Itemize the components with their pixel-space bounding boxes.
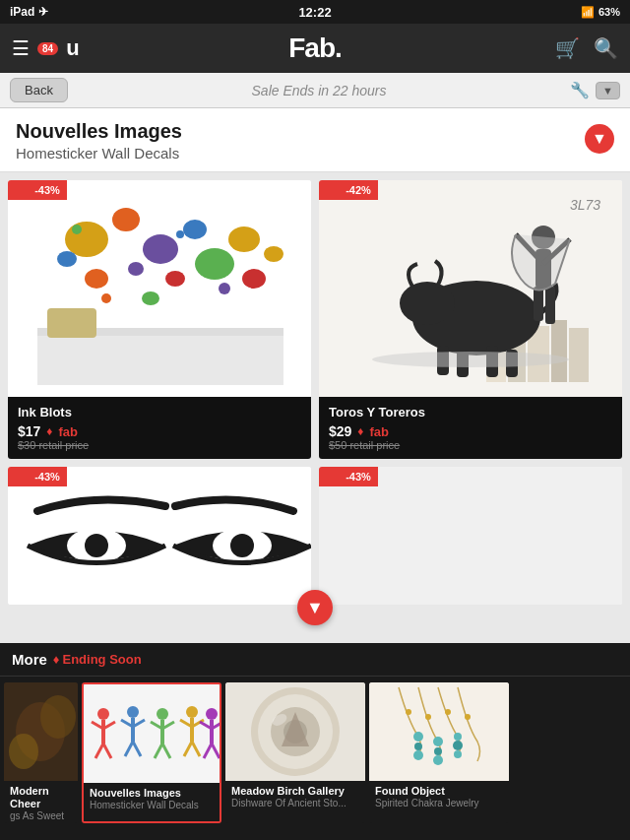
svg-point-90 [413,732,423,742]
svg-rect-25 [551,320,567,382]
fab-price: $17 [18,423,40,439]
svg-point-28 [400,282,455,325]
nav-bar: ☰ 84 u Fab. 🛒 🔍 [0,24,630,73]
svg-point-45 [230,534,254,557]
scroll-down-button[interactable]: ▼ [297,590,333,625]
svg-point-96 [454,733,462,741]
hamburger-button[interactable]: ☰ [12,36,30,60]
thumb-image-modern-cheer [4,682,78,781]
fab-logo: Fab. [288,32,342,64]
nouvelles-svg [84,684,220,783]
thumbnail-meadow-birch[interactable]: Meadow Birch Gallery Dishware Of Ancient… [225,682,365,823]
svg-point-14 [142,291,159,305]
svg-point-93 [433,737,443,746]
thumb-brand-meadow: Meadow Birch Gallery [231,785,359,798]
sale-text: Sale Ends in 22 hours [68,83,570,98]
thumb-sub-meadow: Dishware Of Ancient Sto... [231,798,359,809]
product-pricing: $17 ♦ fab [18,423,301,439]
status-bar: iPad ✈ 12:22 📶 63% [0,0,630,24]
cart-button[interactable]: 🛒 [555,36,580,60]
brand-name: Nouvelles Images [16,120,182,143]
product-image-ink-blots: -43% [8,180,311,397]
svg-point-18 [176,230,184,238]
expand-button[interactable]: ▼ [585,124,614,154]
fab-label-toros: fab [369,424,389,439]
svg-point-76 [206,708,218,720]
svg-point-97 [453,741,463,750]
thumb-brand-found-object: Found Object [375,785,503,798]
ipad-label: iPad ✈ [10,5,48,19]
svg-point-5 [112,208,140,231]
thumbnail-nouvelles-images[interactable]: Nouvelles Images Homesticker Wall Decals [82,682,221,823]
product-name-toros: Toros Y Toreros [329,405,612,420]
thumbnail-found-object[interactable]: Found Object Spirited Chakra Jewelry [369,682,509,823]
svg-rect-3 [47,308,96,338]
product-grid: -43% [0,172,630,613]
status-bar-left: iPad ✈ [10,5,48,19]
discount-ribbon-eyes: -43% [8,467,67,526]
svg-point-17 [101,293,111,303]
thumb-info-nouvelles: Nouvelles Images Homesticker Wall Decals [84,783,220,823]
bottom-strip: More ♦ Ending Soon Modern Cheer gs As Sw… [0,643,630,840]
svg-point-58 [127,706,139,718]
thumbnail-modern-cheer[interactable]: Modern Cheer gs As Sweet As Eye... [4,682,78,823]
svg-point-52 [97,708,109,720]
fab-label: fab [58,424,78,439]
svg-point-15 [242,269,266,289]
thumb-info-found-object: Found Object Spirited Chakra Jewelry [369,781,509,823]
product-card-eyes[interactable]: -43% [8,467,311,605]
svg-point-50 [40,695,76,739]
product-name: Ink Blots [18,405,301,420]
thumb-sub-nouvelles: Homesticker Wall Decals [90,800,214,811]
found-object-svg [369,682,509,781]
svg-point-99 [406,709,411,715]
product-card-toros[interactable]: -42% [319,180,622,459]
product-pricing-toros: $29 ♦ fab [329,423,612,439]
discount-badge-eyes: -43% [8,467,67,486]
diamond-icon-ending: ♦ [53,652,60,667]
dropdown-button[interactable]: ▼ [596,82,620,99]
discount-badge-partial: -43% [319,467,378,486]
diamond-icon-toros: ♦ [357,424,363,438]
filter-icon: 🔧 [570,81,590,99]
svg-point-10 [228,226,260,252]
discount-ribbon-partial: -43% [319,467,378,526]
brand-info: Nouvelles Images Homesticker Wall Decals [16,120,182,162]
sale-banner: Back Sale Ends in 22 hours 🔧 ▼ [0,73,630,108]
status-bar-right: 📶 63% [581,6,620,19]
svg-point-11 [85,269,108,289]
svg-point-16 [264,246,284,262]
brand-subtitle: Homesticker Wall Decals [16,145,182,162]
thumb-sub: gs As Sweet As Eye... [10,810,72,823]
thumb-brand: Modern Cheer [10,785,72,810]
svg-point-39 [372,352,569,367]
thumb-image-nouvelles [84,684,220,783]
search-button[interactable]: 🔍 [594,36,618,60]
ending-soon-label: Ending Soon [62,652,141,667]
thumb-image-found-object [369,682,509,781]
product-info-toros: Toros Y Toreros $29 ♦ fab $50 retail pri… [319,397,622,459]
svg-point-13 [57,251,77,267]
nav-left: ☰ 84 u [12,35,80,61]
back-button[interactable]: Back [10,78,68,102]
product-card-ink-blots[interactable]: -43% [8,180,311,459]
discount-ribbon: -43% [8,180,67,239]
thumb-image-meadow [225,682,365,781]
svg-text:3L73: 3L73 [570,197,600,213]
svg-point-12 [128,262,144,276]
svg-rect-38 [545,287,555,324]
svg-rect-89 [369,682,509,781]
thumb-info-meadow: Meadow Birch Gallery Dishware Of Ancient… [225,781,365,823]
more-label: More [12,651,47,668]
sale-right: 🔧 ▼ [570,81,620,99]
nav-right: 🛒 🔍 [555,36,618,60]
discount-badge: -43% [8,180,67,200]
u-icon: u [66,35,79,61]
product-card-partial[interactable]: -43% [319,467,622,605]
thumb-brand-nouvelles: Nouvelles Images [90,787,214,800]
bottom-thumbnails: Modern Cheer gs As Sweet As Eye... [0,677,630,829]
svg-point-4 [65,222,108,257]
hamburger-icon: ☰ [12,36,30,60]
svg-point-98 [454,750,462,758]
discount-badge-toros: -42% [319,180,378,200]
